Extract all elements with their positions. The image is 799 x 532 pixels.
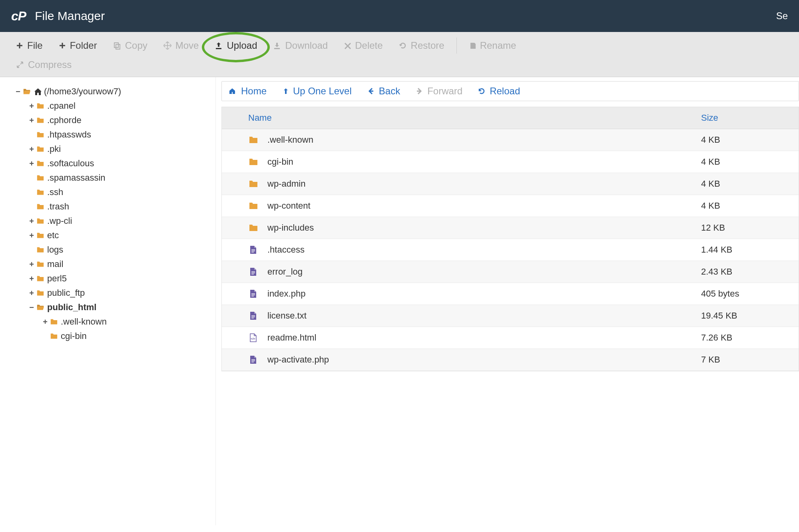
upload-button[interactable]: Upload (207, 36, 265, 55)
compress-button[interactable]: Compress (8, 55, 80, 74)
cell-size: 12 KB (695, 217, 799, 239)
row-select[interactable] (222, 310, 242, 321)
file-name: .well-known (267, 135, 313, 145)
tree-item[interactable]: +.wp-cli (28, 214, 211, 228)
delete-button[interactable]: Delete (336, 36, 391, 55)
tree-item[interactable]: +etc (28, 228, 211, 243)
tree-item[interactable]: .spamassassin (28, 171, 211, 185)
table-row[interactable]: .well-known4 KB (222, 129, 799, 151)
nav-reload-button[interactable]: Reload (478, 86, 520, 97)
reload-icon (478, 87, 486, 95)
collapse-icon[interactable]: − (28, 300, 35, 315)
expand-icon[interactable]: + (28, 271, 35, 286)
cell-name: error_log (242, 261, 695, 283)
file-name: readme.html (267, 333, 316, 343)
copy-button[interactable]: Copy (105, 36, 155, 55)
tree-root[interactable]: − (/home3/yourwow7) (14, 84, 211, 99)
nav-forward-button[interactable]: Forward (415, 86, 462, 97)
tree-item[interactable]: logs (28, 243, 211, 257)
tree-item[interactable]: .htpasswds (28, 128, 211, 142)
new-file-button[interactable]: File (8, 36, 51, 55)
file-icon (248, 311, 259, 320)
cell-size: 1.44 KB (695, 239, 799, 261)
column-select[interactable] (222, 107, 242, 129)
tree-item[interactable]: −public_html (28, 300, 211, 315)
tree-item[interactable]: cgi-bin (42, 329, 211, 343)
table-row[interactable]: wp-admin4 KB (222, 173, 799, 195)
row-select[interactable] (222, 332, 242, 343)
tree-item[interactable]: .trash (28, 199, 211, 214)
new-folder-button[interactable]: Folder (51, 36, 105, 55)
row-select[interactable] (222, 288, 242, 299)
expand-icon[interactable]: + (28, 99, 35, 113)
tree-item[interactable]: +.cpanel (28, 99, 211, 113)
file-name: wp-activate.php (267, 355, 329, 365)
file-listing-pane: Home Up One Level Back Forward Reload (216, 77, 799, 525)
row-select[interactable] (222, 156, 242, 167)
tree-item[interactable]: +.well-known (42, 315, 211, 329)
table-row[interactable]: error_log2.43 KB (222, 261, 799, 283)
file-name: .htaccess (267, 245, 305, 255)
navigation-bar: Home Up One Level Back Forward Reload (221, 81, 799, 101)
folder-icon (248, 201, 259, 210)
tree-item-label: etc (47, 228, 59, 243)
table-row[interactable]: index.php405 bytes (222, 283, 799, 305)
tree-item[interactable]: +mail (28, 257, 211, 271)
tree-item[interactable]: +.softaculous (28, 156, 211, 171)
cell-name: wp-admin (242, 173, 695, 195)
row-select[interactable] (222, 222, 242, 233)
download-button[interactable]: Download (265, 36, 336, 55)
compress-icon (16, 61, 24, 69)
expand-icon[interactable]: + (28, 113, 35, 128)
tree-item-label: .softaculous (47, 156, 94, 171)
restore-button[interactable]: Restore (391, 36, 452, 55)
cell-name: wp-activate.php (242, 349, 695, 371)
table-row[interactable]: readme.html7.26 KB (222, 327, 799, 349)
folder-icon (248, 223, 259, 232)
tree-item[interactable]: .ssh (28, 185, 211, 199)
cell-name: cgi-bin (242, 151, 695, 173)
expand-icon[interactable]: + (42, 315, 49, 329)
expand-icon[interactable]: + (28, 228, 35, 243)
row-select[interactable] (222, 266, 242, 277)
tree-item[interactable]: +public_ftp (28, 286, 211, 300)
move-button[interactable]: Move (155, 36, 207, 55)
tree-item-label: .pki (47, 142, 61, 156)
row-select[interactable] (222, 200, 242, 211)
row-select[interactable] (222, 134, 242, 145)
table-row[interactable]: wp-includes12 KB (222, 217, 799, 239)
file-name: wp-includes (267, 223, 314, 233)
download-icon (273, 42, 281, 50)
row-select[interactable] (222, 178, 242, 189)
table-row[interactable]: license.txt19.45 KB (222, 305, 799, 327)
nav-home-button[interactable]: Home (228, 86, 267, 97)
table-row[interactable]: wp-content4 KB (222, 195, 799, 217)
column-size[interactable]: Size (695, 107, 799, 129)
nav-up-button[interactable]: Up One Level (282, 86, 352, 97)
tree-item[interactable]: +.pki (28, 142, 211, 156)
expand-icon[interactable]: + (28, 257, 35, 271)
table-row[interactable]: .htaccess1.44 KB (222, 239, 799, 261)
file-icon (248, 245, 259, 254)
rename-button[interactable]: Rename (461, 36, 524, 55)
expand-icon[interactable]: + (28, 156, 35, 171)
cell-name: index.php (242, 283, 695, 305)
collapse-icon[interactable]: − (14, 84, 22, 99)
folder-icon (36, 246, 45, 253)
table-row[interactable]: cgi-bin4 KB (222, 151, 799, 173)
folder-open-icon (22, 88, 31, 95)
home-icon (34, 88, 42, 96)
column-name[interactable]: Name (242, 107, 695, 129)
tree-item-label: .well-known (61, 315, 107, 329)
tree-item[interactable]: +.cphorde (28, 113, 211, 128)
table-row[interactable]: wp-activate.php7 KB (222, 349, 799, 371)
tree-item-label: logs (47, 243, 63, 257)
tree-item[interactable]: +perl5 (28, 271, 211, 286)
row-select[interactable] (222, 244, 242, 255)
nav-back-button[interactable]: Back (367, 86, 400, 97)
expand-icon[interactable]: + (28, 286, 35, 300)
expand-icon[interactable]: + (28, 142, 35, 156)
expand-icon[interactable]: + (28, 214, 35, 228)
row-select[interactable] (222, 354, 242, 365)
tree-item-label: cgi-bin (61, 329, 87, 343)
